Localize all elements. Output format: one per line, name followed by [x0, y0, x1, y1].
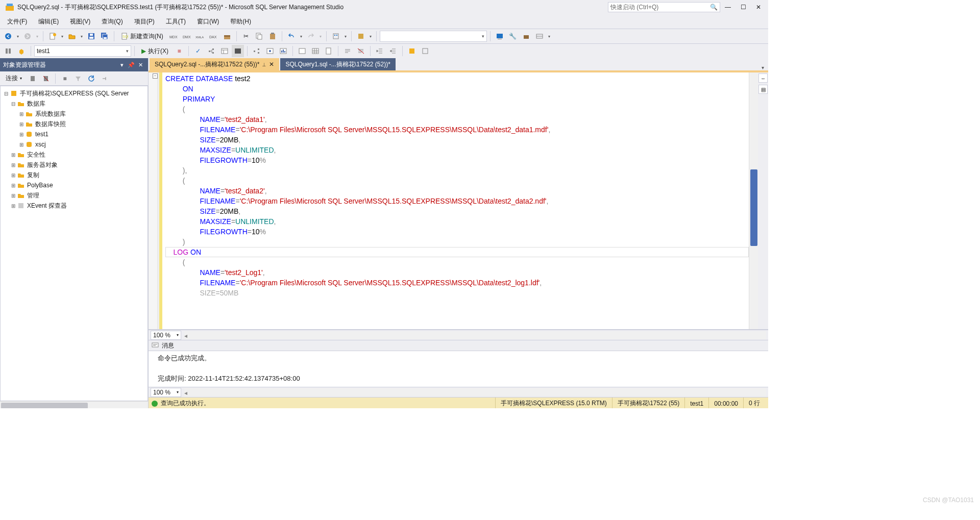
registered-servers-dropdown[interactable]: ▾: [343, 34, 348, 39]
connect-button[interactable]: 连接▾: [2, 72, 26, 85]
available-db-icon[interactable]: [15, 45, 28, 57]
outdent-icon[interactable]: [387, 45, 399, 57]
redo-dropdown[interactable]: ▾: [318, 34, 323, 39]
tree-security-node[interactable]: ⊞安全性: [1, 150, 148, 160]
tabs-overflow-icon[interactable]: ▾: [758, 65, 767, 70]
new-query-button[interactable]: SQL新建查询(N): [117, 30, 167, 42]
live-stats-icon[interactable]: [264, 45, 276, 57]
menu-edit[interactable]: 编辑(E): [33, 15, 64, 28]
dmx-query-icon[interactable]: DMX: [181, 30, 193, 42]
extended-events-dropdown[interactable]: ▾: [547, 34, 552, 39]
estimated-plan-icon[interactable]: [205, 45, 217, 57]
panel-dropdown-icon[interactable]: ▾: [117, 62, 127, 68]
new-item-button[interactable]: [46, 30, 59, 42]
tree-xevent-node[interactable]: ⊞XEvent 探查器: [1, 201, 148, 211]
menu-window[interactable]: 窗口(W): [192, 15, 224, 28]
quick-launch-input[interactable]: 快速启动 (Ctrl+Q) 🔍: [608, 2, 720, 12]
refresh-icon[interactable]: [85, 72, 97, 85]
undo-icon[interactable]: [285, 30, 298, 42]
new-item-dropdown[interactable]: ▾: [60, 34, 65, 39]
menu-file[interactable]: 文件(F): [2, 15, 32, 28]
pin-icon[interactable]: ⟂: [262, 61, 266, 67]
outline-collapse-icon[interactable]: −: [153, 73, 158, 79]
specify-values-icon[interactable]: [406, 45, 418, 57]
cut-icon[interactable]: ✂: [240, 30, 252, 42]
copy-icon[interactable]: [253, 30, 265, 42]
xmla-query-icon[interactable]: XMLA: [194, 30, 207, 42]
database-combo[interactable]: test1▾: [34, 45, 131, 57]
explorer-hscrollbar[interactable]: [0, 401, 148, 408]
nav-back-dropdown[interactable]: ▾: [15, 34, 20, 39]
paste-icon[interactable]: [266, 30, 279, 42]
disconnect-icon[interactable]: [40, 72, 52, 85]
tree-snapshot-node[interactable]: ⊞数据库快照: [1, 119, 148, 129]
search-tree-icon[interactable]: [99, 72, 111, 85]
menu-query[interactable]: 查询(Q): [96, 15, 128, 28]
solution-config-dropdown[interactable]: ▾: [368, 34, 373, 39]
filter-icon[interactable]: [72, 72, 84, 85]
cancel-query-button[interactable]: ■: [173, 45, 185, 57]
find-combo[interactable]: ▾: [380, 31, 487, 42]
tools-icon[interactable]: 🔧: [507, 30, 519, 42]
panel-close-icon[interactable]: ✕: [136, 62, 145, 68]
messages-tab[interactable]: 消息: [162, 341, 174, 350]
panel-pin-icon[interactable]: 📌: [127, 62, 136, 68]
save-all-button[interactable]: [99, 30, 111, 42]
profiler-icon[interactable]: [520, 30, 532, 42]
tree-polybase-node[interactable]: ⊞PolyBase: [1, 180, 148, 190]
minimize-button[interactable]: —: [720, 1, 736, 13]
surround-with-icon[interactable]: [419, 45, 431, 57]
split-view-icon[interactable]: ↔: [758, 73, 768, 83]
tree-db-xscj[interactable]: ⊞xscj: [1, 139, 148, 150]
editor-vscrollbar[interactable]: [749, 72, 758, 329]
menu-project[interactable]: 项目(P): [129, 15, 160, 28]
change-connection-icon[interactable]: [2, 45, 14, 57]
zoom-combo-1[interactable]: 100 %▾: [151, 331, 181, 340]
stop-icon[interactable]: ■: [59, 72, 71, 85]
tree-sysdb-node[interactable]: ⊞系统数据库: [1, 109, 148, 119]
results-to-text-icon[interactable]: [296, 45, 308, 57]
parse-icon[interactable]: ✓: [192, 45, 204, 57]
query-options-icon[interactable]: [218, 45, 231, 57]
tab-sqlquery1[interactable]: SQLQuery1.sql -...摘棉花\17522 (52))*: [280, 58, 395, 70]
zoom-combo-2[interactable]: 100 %▾: [151, 388, 181, 397]
menu-view[interactable]: 视图(V): [65, 15, 95, 28]
intellisense-icon[interactable]: [232, 45, 244, 57]
comment-icon[interactable]: [341, 45, 354, 57]
open-button[interactable]: [66, 30, 78, 42]
menu-help[interactable]: 帮助(H): [225, 15, 256, 28]
sql-editor[interactable]: − CREATE DATABASE test2 ON PRIMARY ( NAM…: [149, 72, 768, 330]
dax-query-icon[interactable]: DAX: [208, 30, 220, 42]
tree-databases-node[interactable]: ⊟数据库: [1, 98, 148, 109]
solution-config-icon[interactable]: [355, 30, 367, 42]
nav-fwd-button[interactable]: [21, 30, 34, 42]
tree-replication-node[interactable]: ⊞复制: [1, 170, 148, 180]
indent-icon[interactable]: [374, 45, 386, 57]
undo-dropdown[interactable]: ▾: [299, 34, 304, 39]
tree-management-node[interactable]: ⊞管理: [1, 190, 148, 201]
redo-icon[interactable]: [305, 30, 317, 42]
registered-servers-icon[interactable]: [330, 30, 342, 42]
save-button[interactable]: [85, 30, 97, 42]
messages-hscrollbar[interactable]: ◂: [184, 388, 766, 397]
nav-fwd-dropdown[interactable]: ▾: [35, 34, 40, 39]
client-stats-icon[interactable]: [277, 45, 289, 57]
object-tree[interactable]: ⊟手可摘棉花\SQLEXPRESS (SQL Server ⊟数据库 ⊞系统数据…: [0, 86, 148, 401]
tree-server-node[interactable]: ⊟手可摘棉花\SQLEXPRESS (SQL Server: [1, 88, 148, 98]
tree-server-objects-node[interactable]: ⊞服务器对象: [1, 160, 148, 170]
code-text[interactable]: CREATE DATABASE test2 ON PRIMARY ( NAME=…: [162, 72, 749, 329]
editor-hscrollbar[interactable]: ◂: [184, 331, 766, 339]
tab-sqlquery2[interactable]: SQLQuery2.sql -...摘棉花\17522 (55))* ⟂ ✕: [150, 58, 279, 70]
activity-monitor-icon[interactable]: [494, 30, 506, 42]
extended-events-icon[interactable]: [533, 30, 546, 42]
execute-button[interactable]: ▶执行(X): [138, 45, 172, 57]
tree-db-test1[interactable]: ⊞test1: [1, 129, 148, 139]
nav-back-button[interactable]: [2, 30, 14, 42]
results-to-grid-icon[interactable]: [309, 45, 322, 57]
mdx-query-icon[interactable]: MDX: [168, 30, 180, 42]
include-plan-icon[interactable]: [251, 45, 263, 57]
map-mode-icon[interactable]: ▤: [758, 85, 768, 94]
results-to-file-icon[interactable]: [323, 45, 335, 57]
connect-server-icon[interactable]: [27, 72, 39, 85]
close-button[interactable]: ✕: [751, 1, 766, 13]
